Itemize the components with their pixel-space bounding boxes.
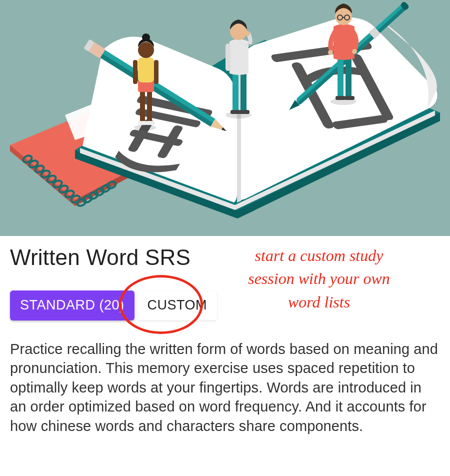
svg-point-69 bbox=[352, 49, 357, 54]
svg-point-54 bbox=[142, 34, 150, 42]
svg-rect-45 bbox=[140, 88, 145, 122]
svg-rect-47 bbox=[138, 121, 147, 125]
svg-point-53 bbox=[138, 42, 154, 58]
svg-rect-52 bbox=[154, 60, 158, 84]
session-buttons-row: STANDARD (20) CUSTOM bbox=[10, 290, 440, 320]
svg-rect-56 bbox=[232, 72, 238, 112]
svg-rect-59 bbox=[240, 110, 250, 114]
svg-rect-50 bbox=[138, 58, 154, 82]
svg-rect-65 bbox=[346, 58, 352, 98]
svg-rect-57 bbox=[240, 72, 246, 112]
svg-rect-48 bbox=[146, 121, 155, 125]
book-study-illustration-svg bbox=[0, 0, 450, 236]
svg-rect-46 bbox=[147, 88, 152, 122]
feature-description: Practice recalling the written form of w… bbox=[10, 340, 440, 436]
custom-session-button[interactable]: CUSTOM bbox=[138, 290, 218, 320]
svg-rect-66 bbox=[336, 96, 346, 100]
svg-rect-67 bbox=[344, 96, 354, 100]
svg-point-44 bbox=[134, 124, 156, 130]
hero-illustration bbox=[0, 0, 450, 236]
svg-rect-58 bbox=[230, 110, 240, 114]
svg-rect-64 bbox=[338, 58, 344, 98]
standard-session-button[interactable]: STANDARD (20) bbox=[10, 290, 134, 320]
page-title: Written Word SRS bbox=[10, 245, 440, 270]
annotation-line-2: session with your own bbox=[248, 270, 390, 288]
svg-point-68 bbox=[328, 50, 333, 55]
svg-rect-60 bbox=[226, 44, 230, 71]
svg-rect-51 bbox=[133, 60, 138, 84]
card-content: Written Word SRS STANDARD (20) CUSTOM Pr… bbox=[0, 236, 450, 436]
